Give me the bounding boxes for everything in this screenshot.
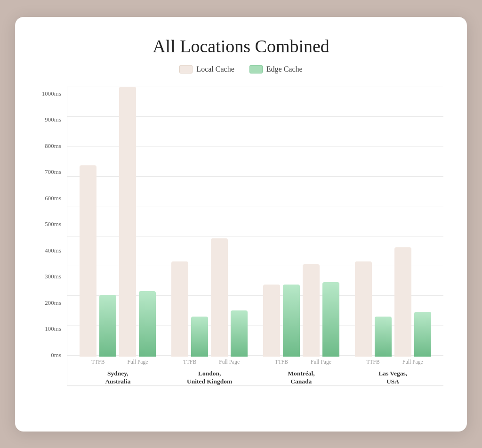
y-axis-label: 0ms	[51, 352, 61, 358]
bar-sublabels: TTFBFull Page	[263, 357, 339, 365]
group-location-label: Las Vegas,USA	[378, 369, 407, 386]
y-axis-label: 100ms	[45, 326, 61, 332]
bars-pair	[80, 87, 156, 357]
y-axis-label: 500ms	[45, 221, 61, 227]
bar-type-label: TTFB	[171, 359, 208, 365]
local-cache-label: Local Cache	[196, 65, 234, 73]
local-cache-bar	[355, 261, 372, 357]
bar-group: TTFBFull PageSydney,Australia	[80, 87, 156, 386]
groups-row: TTFBFull PageSydney,AustraliaTTFBFull Pa…	[67, 87, 443, 386]
edge-cache-bar	[283, 285, 300, 357]
y-axis: 0ms100ms200ms300ms400ms500ms600ms700ms80…	[39, 87, 67, 386]
group-location-label: Montréal,Canada	[288, 369, 314, 386]
local-cache-bar	[394, 247, 411, 357]
local-cache-bar	[303, 264, 320, 357]
legend-edge-cache: Edge Cache	[249, 65, 303, 73]
bar-type-label: TTFB	[263, 359, 300, 365]
y-axis-label: 1000ms	[42, 90, 61, 97]
legend: Local Cache Edge Cache	[179, 65, 302, 73]
bar-type-label: Full Page	[394, 359, 431, 365]
y-axis-label: 700ms	[45, 169, 61, 175]
local-bar-wrap	[119, 87, 136, 357]
edge-bar-wrap	[191, 317, 208, 357]
legend-local-cache: Local Cache	[179, 65, 234, 73]
local-bar-wrap	[355, 261, 372, 357]
edge-bar-wrap	[231, 310, 248, 357]
y-axis-label: 900ms	[45, 116, 61, 122]
bars-container: TTFBFull PageSydney,AustraliaTTFBFull Pa…	[67, 87, 443, 386]
local-bar-wrap	[303, 264, 320, 357]
edge-cache-bar	[231, 310, 248, 357]
bar-sublabels: TTFBFull Page	[355, 357, 431, 365]
y-axis-label: 200ms	[45, 300, 61, 306]
edge-cache-bar	[414, 312, 431, 357]
local-cache-bar	[80, 165, 96, 357]
edge-cache-bar	[139, 291, 156, 357]
bar-group: TTFBFull PageLas Vegas,USA	[355, 247, 431, 386]
bars-pair	[355, 247, 431, 357]
bar-sublabels: TTFBFull Page	[171, 357, 248, 365]
bar-sublabels: TTFBFull Page	[80, 357, 156, 365]
local-bar-wrap	[80, 165, 96, 357]
edge-bar-wrap	[322, 282, 339, 357]
local-cache-bar	[263, 285, 280, 357]
bar-type-label: Full Page	[119, 359, 156, 365]
bars-pair	[263, 264, 339, 357]
edge-bar-wrap	[99, 295, 116, 357]
y-axis-label: 600ms	[45, 195, 61, 201]
edge-bar-wrap	[283, 285, 300, 357]
edge-bar-wrap	[414, 312, 431, 357]
edge-cache-bar	[322, 282, 339, 357]
edge-cache-swatch	[249, 65, 263, 73]
edge-bar-wrap	[375, 317, 392, 357]
edge-cache-bar	[99, 295, 116, 357]
bar-group: TTFBFull PageMontréal,Canada	[263, 264, 339, 386]
local-bar-wrap	[171, 261, 188, 357]
edge-cache-label: Edge Cache	[266, 65, 303, 73]
bar-type-label: Full Page	[303, 359, 339, 365]
bar-group: TTFBFull PageLondon,United Kingdom	[171, 238, 248, 386]
edge-cache-bar	[191, 317, 208, 357]
y-axis-label: 300ms	[45, 273, 61, 279]
edge-bar-wrap	[139, 291, 156, 357]
local-cache-bar	[211, 238, 228, 357]
chart-area: 0ms100ms200ms300ms400ms500ms600ms700ms80…	[39, 87, 443, 386]
y-axis-label: 400ms	[45, 247, 61, 253]
local-cache-bar	[171, 261, 188, 357]
chart-title: All Locations Combined	[153, 36, 329, 57]
group-location-label: Sydney,Australia	[105, 369, 130, 386]
bar-type-label: TTFB	[355, 359, 392, 365]
bar-type-label: Full Page	[211, 359, 248, 365]
local-cache-swatch	[179, 65, 193, 73]
bar-type-label: TTFB	[80, 359, 116, 365]
chart-card: All Locations Combined Local Cache Edge …	[15, 17, 467, 432]
y-axis-label: 800ms	[45, 143, 61, 149]
edge-cache-bar	[375, 317, 392, 357]
group-location-label: London,United Kingdom	[187, 369, 232, 386]
local-bar-wrap	[263, 285, 280, 357]
local-cache-bar	[119, 87, 136, 357]
local-bar-wrap	[211, 238, 228, 357]
bars-pair	[171, 238, 248, 357]
local-bar-wrap	[394, 247, 411, 357]
chart-body: TTFBFull PageSydney,AustraliaTTFBFull Pa…	[67, 87, 443, 386]
